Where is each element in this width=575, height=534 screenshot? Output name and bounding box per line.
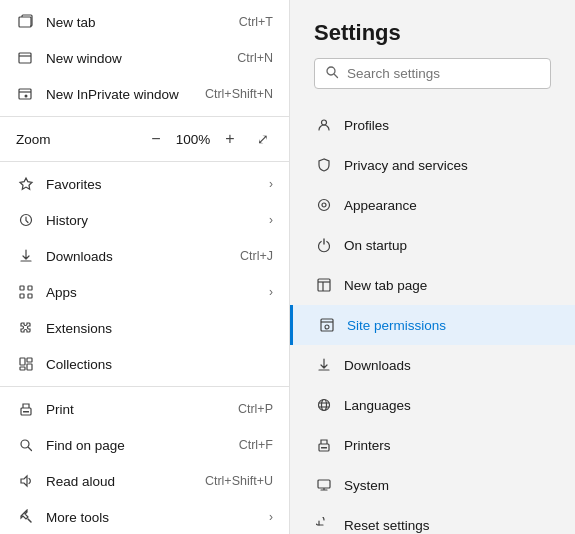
startup-icon	[314, 235, 334, 255]
privacy-label: Privacy and services	[344, 158, 468, 173]
printers-label: Printers	[344, 438, 391, 453]
downloads-icon	[16, 246, 36, 266]
nav-item-site-permissions[interactable]: Site permissions	[290, 305, 575, 345]
svg-point-5	[25, 95, 28, 98]
nav-item-printers[interactable]: Printers	[290, 425, 575, 465]
apps-label: Apps	[46, 285, 269, 300]
site-permissions-icon	[317, 315, 337, 335]
menu-item-new-window[interactable]: New window Ctrl+N	[0, 40, 289, 76]
nav-downloads-icon	[314, 355, 334, 375]
nav-item-reset[interactable]: Reset settings	[290, 505, 575, 534]
context-menu: New tab Ctrl+T New window Ctrl+N New InP…	[0, 0, 290, 534]
svg-rect-3	[19, 89, 31, 99]
appearance-label: Appearance	[344, 198, 417, 213]
printers-icon	[314, 435, 334, 455]
extensions-icon	[16, 318, 36, 338]
nav-item-appearance[interactable]: Appearance	[290, 185, 575, 225]
svg-rect-10	[20, 294, 24, 298]
nav-item-privacy[interactable]: Privacy and services	[290, 145, 575, 185]
menu-item-new-tab[interactable]: New tab Ctrl+T	[0, 4, 289, 40]
menu-item-favorites[interactable]: Favorites ›	[0, 166, 289, 202]
extensions-label: Extensions	[46, 321, 273, 336]
nav-item-profiles[interactable]: Profiles	[290, 105, 575, 145]
menu-item-find[interactable]: Find on page Ctrl+F	[0, 427, 289, 463]
svg-point-36	[322, 400, 327, 411]
languages-label: Languages	[344, 398, 411, 413]
search-icon	[325, 65, 339, 82]
more-tools-label: More tools	[46, 510, 269, 525]
collections-icon	[16, 354, 36, 374]
svg-rect-13	[27, 358, 32, 362]
zoom-increase-button[interactable]: +	[219, 128, 241, 150]
languages-icon	[314, 395, 334, 415]
downloads-nav-label: Downloads	[344, 358, 411, 373]
svg-point-35	[319, 400, 330, 411]
svg-rect-14	[27, 364, 32, 370]
svg-rect-1	[19, 53, 31, 63]
nav-item-new-tab-page[interactable]: New tab page	[290, 265, 575, 305]
system-label: System	[344, 478, 389, 493]
profiles-icon	[314, 115, 334, 135]
new-tab-icon	[16, 12, 36, 32]
menu-item-more-tools[interactable]: More tools ›	[0, 499, 289, 534]
find-shortcut: Ctrl+F	[239, 438, 273, 452]
favorites-icon	[16, 174, 36, 194]
reset-icon	[314, 515, 334, 534]
nav-item-downloads[interactable]: Downloads	[290, 345, 575, 385]
svg-point-26	[319, 200, 330, 211]
nav-item-languages[interactable]: Languages	[290, 385, 575, 425]
svg-rect-11	[28, 294, 32, 298]
svg-rect-41	[318, 480, 330, 488]
find-icon	[16, 435, 36, 455]
zoom-decrease-button[interactable]: −	[145, 128, 167, 150]
nav-item-startup[interactable]: On startup	[290, 225, 575, 265]
apps-chevron: ›	[269, 285, 273, 299]
svg-rect-28	[318, 279, 330, 291]
zoom-expand-icon[interactable]: ⤢	[253, 129, 273, 149]
inprivate-icon	[16, 84, 36, 104]
menu-item-extensions[interactable]: Extensions	[0, 310, 289, 346]
new-window-shortcut: Ctrl+N	[237, 51, 273, 65]
settings-nav: Profiles Privacy and services Appearance…	[290, 101, 575, 534]
find-label: Find on page	[46, 438, 239, 453]
site-permissions-label: Site permissions	[347, 318, 446, 333]
divider-2	[0, 161, 289, 162]
svg-rect-0	[19, 17, 31, 27]
divider-3	[0, 386, 289, 387]
history-icon	[16, 210, 36, 230]
favorites-chevron: ›	[269, 177, 273, 191]
menu-item-new-inprivate[interactable]: New InPrivate window Ctrl+Shift+N	[0, 76, 289, 112]
svg-rect-9	[28, 286, 32, 290]
menu-item-print[interactable]: Print Ctrl+P	[0, 391, 289, 427]
menu-item-collections[interactable]: Collections	[0, 346, 289, 382]
favorites-label: Favorites	[46, 177, 269, 192]
search-input[interactable]	[347, 66, 540, 81]
svg-point-27	[322, 203, 326, 207]
menu-item-history[interactable]: History ›	[0, 202, 289, 238]
menu-item-apps[interactable]: Apps ›	[0, 274, 289, 310]
menu-item-downloads[interactable]: Downloads Ctrl+J	[0, 238, 289, 274]
apps-icon	[16, 282, 36, 302]
svg-rect-40	[321, 447, 327, 449]
nav-item-system[interactable]: System	[290, 465, 575, 505]
new-tab-page-icon	[314, 275, 334, 295]
search-box[interactable]	[314, 58, 551, 89]
menu-item-read-aloud[interactable]: Read aloud Ctrl+Shift+U	[0, 463, 289, 499]
settings-header: Settings	[290, 0, 575, 101]
new-inprivate-shortcut: Ctrl+Shift+N	[205, 87, 273, 101]
startup-label: On startup	[344, 238, 407, 253]
system-icon	[314, 475, 334, 495]
read-aloud-icon	[16, 471, 36, 491]
read-aloud-shortcut: Ctrl+Shift+U	[205, 474, 273, 488]
svg-rect-17	[23, 411, 29, 413]
downloads-label: Downloads	[46, 249, 240, 264]
downloads-shortcut: Ctrl+J	[240, 249, 273, 263]
zoom-label: Zoom	[16, 132, 66, 147]
new-tab-shortcut: Ctrl+T	[239, 15, 273, 29]
reset-label: Reset settings	[344, 518, 430, 533]
svg-rect-12	[20, 358, 25, 365]
collections-label: Collections	[46, 357, 273, 372]
svg-line-19	[29, 448, 32, 451]
print-label: Print	[46, 402, 238, 417]
zoom-row: Zoom − 100% + ⤢	[0, 121, 289, 157]
